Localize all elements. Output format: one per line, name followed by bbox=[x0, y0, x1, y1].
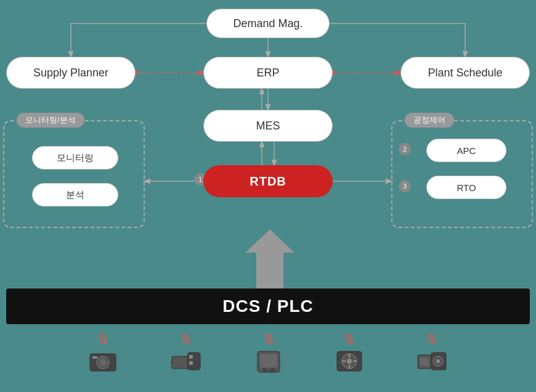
arrow-icon-5: ⇅ bbox=[426, 333, 437, 346]
svg-rect-17 bbox=[172, 356, 188, 369]
arrow-icon-4: ⇅ bbox=[344, 333, 355, 346]
monitoring-label: 모니터링 bbox=[57, 152, 94, 164]
dcs-bar: DCS / PLC bbox=[6, 288, 530, 324]
demand-box: Demand Mag. bbox=[206, 9, 330, 38]
analysis-label: 분석 bbox=[66, 189, 84, 201]
machine-icon-3 bbox=[255, 349, 282, 375]
svg-rect-23 bbox=[260, 354, 277, 367]
apc-box: APC bbox=[426, 139, 506, 162]
equipment-4: ⇅ bbox=[336, 333, 363, 374]
diagram: Demand Mag. Supply Planner ERP Plant Sch… bbox=[0, 0, 536, 392]
arrow-icon-3: ⇅ bbox=[263, 333, 274, 346]
monitoring-box: 모니터링 bbox=[32, 146, 118, 169]
supply-label: Supply Planner bbox=[33, 67, 108, 80]
equipment-2: ⇅ bbox=[171, 333, 201, 374]
svg-rect-19 bbox=[189, 355, 193, 359]
svg-rect-25 bbox=[270, 369, 275, 372]
machine-icon-1 bbox=[89, 349, 117, 374]
right-badge: 공정제어 bbox=[405, 113, 454, 128]
arrow-icon-1: ⇅ bbox=[97, 333, 108, 346]
rto-box: RTO bbox=[426, 176, 506, 199]
mes-box: MES bbox=[203, 110, 333, 142]
svg-point-36 bbox=[436, 359, 440, 363]
plant-label: Plant Schedule bbox=[428, 67, 502, 80]
arrow-icon-2: ⇅ bbox=[181, 333, 192, 346]
machine-icon-2 bbox=[171, 349, 201, 374]
svg-point-28 bbox=[347, 359, 352, 364]
number-badge-3: 3 bbox=[399, 180, 411, 192]
supply-box: Supply Planner bbox=[6, 57, 136, 89]
equipment-1: ⇅ bbox=[89, 333, 117, 374]
left-badge: 모니터링/분석 bbox=[17, 113, 84, 128]
dcs-label: DCS / PLC bbox=[222, 296, 313, 316]
analysis-box: 분석 bbox=[32, 183, 118, 206]
machine-icon-5 bbox=[416, 349, 447, 374]
equipment-row: ⇅ ⇅ ⇅ bbox=[0, 333, 536, 375]
demand-label: Demand Mag. bbox=[233, 17, 303, 30]
svg-point-15 bbox=[99, 359, 107, 366]
plant-box: Plant Schedule bbox=[400, 57, 530, 89]
machine-icon-4 bbox=[336, 349, 363, 374]
erp-label: ERP bbox=[256, 67, 279, 80]
svg-rect-37 bbox=[420, 357, 429, 366]
mes-label: MES bbox=[256, 120, 280, 133]
big-up-arrow bbox=[245, 229, 294, 290]
number-badge-2: 2 bbox=[399, 143, 411, 155]
apc-label: APC bbox=[457, 145, 476, 156]
left-dashed-container: 모니터링/분석 모니터링 분석 bbox=[3, 120, 145, 228]
rtdb-label: RTDB bbox=[250, 174, 286, 189]
equipment-5: ⇅ bbox=[416, 333, 447, 374]
svg-rect-16 bbox=[92, 356, 97, 359]
svg-rect-20 bbox=[189, 361, 193, 365]
right-dashed-container: 공정제어 2 APC 3 RTO bbox=[391, 120, 533, 228]
svg-rect-24 bbox=[262, 369, 267, 372]
erp-box: ERP bbox=[203, 57, 333, 89]
rtdb-box: RTDB bbox=[203, 165, 333, 197]
rto-label: RTO bbox=[457, 182, 476, 193]
equipment-3: ⇅ bbox=[255, 333, 282, 375]
